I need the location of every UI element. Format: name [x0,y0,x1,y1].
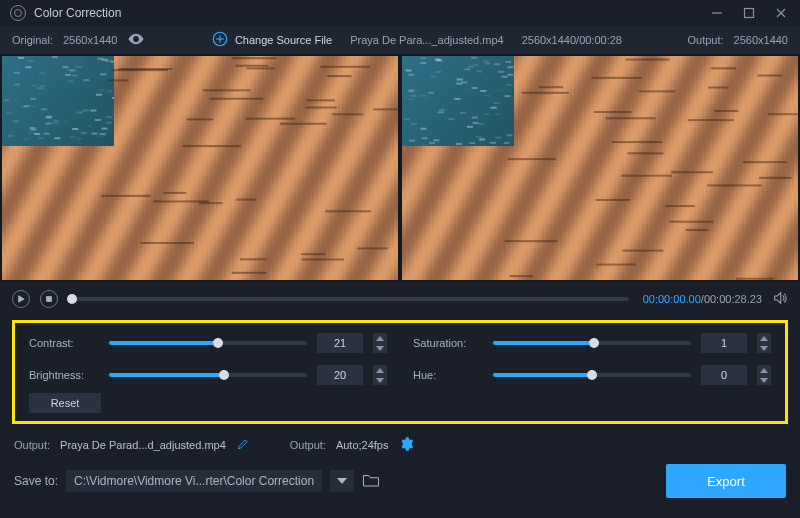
svg-marker-17 [337,478,347,484]
brightness-stepper[interactable] [373,365,387,385]
saturation-label: Saturation: [413,337,483,349]
timeline-slider[interactable] [72,297,629,301]
current-filename: Praya De Para..._adjusted.mp4 [350,34,503,46]
original-preview-pane [2,56,398,280]
save-export-row: Save to: C:\Vidmore\Vidmore Vi...rter\Co… [0,460,800,508]
change-source-label: Change Source File [235,34,332,46]
svg-marker-9 [376,336,384,341]
hue-stepper[interactable] [757,365,771,385]
save-path-field[interactable]: C:\Vidmore\Vidmore Vi...rter\Color Corre… [66,470,322,492]
original-dimensions: 2560x1440 [63,34,117,46]
window-controls [708,4,790,22]
svg-marker-15 [760,368,768,373]
svg-rect-1 [745,9,754,18]
saturation-slider[interactable] [493,341,691,345]
svg-marker-16 [760,378,768,383]
contrast-value[interactable]: 21 [317,333,363,353]
hue-step-down[interactable] [757,375,771,385]
svg-marker-12 [760,346,768,351]
contrast-knob[interactable] [213,338,223,348]
rename-icon[interactable] [236,437,250,453]
infobar: Original: 2560x1440 Change Source File P… [0,26,800,54]
brightness-step-up[interactable] [373,365,387,375]
contrast-slider[interactable] [109,341,307,345]
adjusted-preview-pane [402,56,798,280]
contrast-step-up[interactable] [373,333,387,343]
hue-step-up[interactable] [757,365,771,375]
playback-bar: 00:00:00.00/00:00:28.23 [0,282,800,316]
minimize-button[interactable] [708,4,726,22]
output-file-label: Output: [14,439,50,451]
change-source-button[interactable]: Change Source File [211,30,332,50]
close-button[interactable] [772,4,790,22]
brightness-slider[interactable] [109,373,307,377]
contrast-control: Contrast: 21 [29,333,387,353]
output-file-row: Output: Praya De Parad...d_adjusted.mp4 … [0,430,800,460]
saturation-step-down[interactable] [757,343,771,353]
export-button[interactable]: Export [666,464,786,498]
svg-marker-10 [376,346,384,351]
app-logo [10,5,26,21]
output-dimensions: 2560x1440 [734,34,788,46]
open-folder-icon[interactable] [362,472,380,491]
output-format-label: Output: [290,439,326,451]
preview-area [0,54,800,282]
hue-value[interactable]: 0 [701,365,747,385]
svg-marker-11 [760,336,768,341]
output-file-name: Praya De Parad...d_adjusted.mp4 [60,439,226,451]
contrast-step-down[interactable] [373,343,387,353]
original-label: Original: [12,34,53,46]
saturation-value[interactable]: 1 [701,333,747,353]
contrast-label: Contrast: [29,337,99,349]
maximize-button[interactable] [740,4,758,22]
saturation-stepper[interactable] [757,333,771,353]
hue-label: Hue: [413,369,483,381]
preview-toggle-icon[interactable] [127,30,145,50]
save-path-dropdown[interactable] [330,470,354,492]
hue-slider[interactable] [493,373,691,377]
save-to-label: Save to: [14,474,58,488]
play-button[interactable] [12,290,30,308]
playback-time: 00:00:00.00/00:00:28.23 [643,293,762,305]
output-label: Output: [687,34,723,46]
svg-marker-13 [376,368,384,373]
hue-control: Hue: 0 [413,365,771,385]
contrast-stepper[interactable] [373,333,387,353]
brightness-value[interactable]: 20 [317,365,363,385]
time-total: 00:00:28.23 [704,293,762,305]
brightness-step-down[interactable] [373,375,387,385]
stop-button[interactable] [40,290,58,308]
output-format-value: Auto;24fps [336,439,389,451]
hue-knob[interactable] [587,370,597,380]
file-meta: 2560x1440/00:00:28 [522,34,622,46]
saturation-step-up[interactable] [757,333,771,343]
timeline-thumb[interactable] [67,294,77,304]
saturation-control: Saturation: 1 [413,333,771,353]
window-title: Color Correction [34,6,121,20]
svg-rect-8 [47,297,52,302]
titlebar: Color Correction [0,0,800,26]
svg-marker-7 [19,296,25,302]
svg-marker-14 [376,378,384,383]
volume-icon[interactable] [772,290,788,309]
time-current: 00:00:00.00 [643,293,701,305]
brightness-knob[interactable] [219,370,229,380]
settings-icon[interactable] [398,436,414,454]
brightness-control: Brightness: 20 [29,365,387,385]
brightness-label: Brightness: [29,369,99,381]
color-controls-panel: Contrast: 21 Saturation: 1 Brightness: 2… [12,320,788,424]
reset-button[interactable]: Reset [29,393,101,413]
saturation-knob[interactable] [589,338,599,348]
plus-circle-icon [211,30,229,50]
